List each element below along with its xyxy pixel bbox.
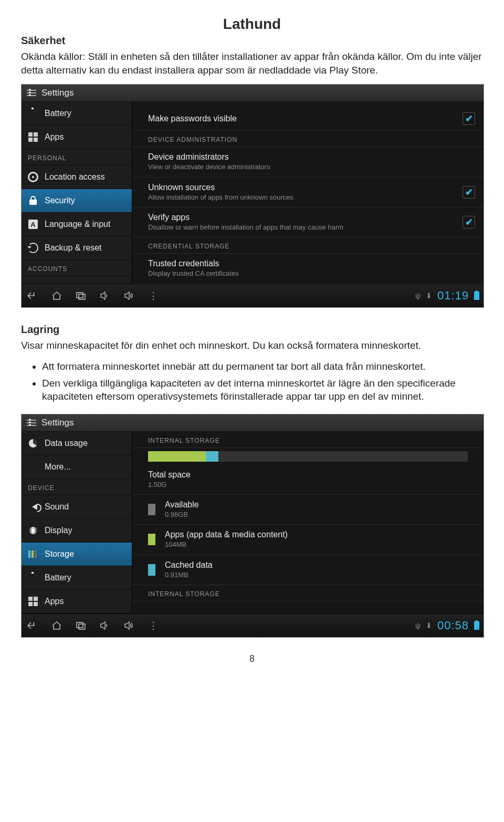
status-clock: 01:19 [437, 289, 469, 303]
blank-icon [28, 462, 38, 472]
checkbox-icon[interactable]: ✔ [463, 112, 475, 125]
sidebar-category-personal: PERSONAL [22, 149, 132, 165]
row-available[interactable]: Available 0.98GB [132, 495, 484, 525]
download-icon: ⬇ [426, 621, 432, 630]
row-total-space[interactable]: Total space 1.50G [132, 465, 484, 495]
row-verify-apps[interactable]: Verify apps Disallow or warn before inst… [132, 207, 484, 237]
row-title: Device administrators [148, 152, 475, 162]
row-passwords-visible[interactable]: Make passwords visible ✔ [132, 107, 484, 131]
recent-apps-button[interactable] [74, 620, 88, 631]
sidebar-item-battery[interactable]: Battery [22, 566, 132, 590]
row-title: Make passwords visible [148, 114, 463, 123]
sidebar-item-data-usage[interactable]: Data usage [22, 432, 132, 455]
row-title: Cached data [165, 560, 475, 570]
sidebar-label: Storage [45, 549, 74, 559]
sidebar-label: Data usage [45, 439, 88, 448]
volume-up-button[interactable] [122, 290, 136, 301]
row-subtitle: 0.98GB [165, 511, 475, 519]
security-heading: Säkerhet [21, 35, 483, 47]
row-title: Trusted credentials [148, 259, 475, 268]
sidebar-label: Language & input [45, 220, 110, 229]
row-title: Unknown sources [148, 183, 463, 192]
svg-rect-3 [79, 624, 85, 629]
bullet-item: Den verkliga tillgängliga kapaciteten av… [42, 377, 483, 403]
sidebar-item-location[interactable]: Location access [22, 165, 132, 189]
usage-seg-apps [148, 451, 206, 462]
settings-title: Settings [41, 418, 74, 428]
battery-status-icon [474, 292, 479, 300]
battery-status-icon [474, 621, 479, 630]
reset-icon [28, 243, 38, 253]
volume-up-button[interactable] [122, 620, 136, 631]
sidebar-item-apps[interactable]: Apps [22, 590, 132, 613]
category-credential: CREDENTIAL STORAGE [132, 237, 484, 254]
row-unknown-sources[interactable]: Unknown sources Allow installation of ap… [132, 178, 484, 207]
volume-down-button[interactable] [98, 290, 112, 301]
language-icon: A [28, 220, 38, 229]
sidebar-item-more[interactable]: More... [22, 455, 132, 479]
home-button[interactable] [50, 290, 64, 301]
sidebar-item-security[interactable]: Security [22, 189, 132, 213]
sidebar-label: Battery [45, 573, 71, 582]
settings-icon [27, 419, 36, 426]
settings-content: Make passwords visible ✔ DEVICE ADMINIST… [132, 102, 484, 284]
sidebar-label: Security [45, 196, 75, 205]
checkbox-icon[interactable]: ✔ [463, 186, 475, 199]
menu-button[interactable]: ⋮ [146, 620, 160, 631]
row-subtitle: 104MB [165, 540, 475, 549]
sidebar-label: Backup & reset [45, 243, 102, 253]
row-title: Verify apps [148, 213, 463, 222]
sidebar-label: Apps [45, 132, 64, 142]
sidebar-label: Sound [45, 502, 69, 512]
sidebar-item-apps[interactable]: Apps [22, 126, 132, 149]
page-number: 8 [21, 653, 483, 664]
category-internal-storage-2: INTERNAL STORAGE [132, 585, 484, 601]
row-trusted-credentials[interactable]: Trusted credentials Display trusted CA c… [132, 254, 484, 284]
row-cached-data[interactable]: Cached data 0.91MB [132, 555, 484, 585]
storage-icon [28, 550, 38, 558]
row-device-admins[interactable]: Device administrators View or deactivate… [132, 147, 484, 177]
settings-sidebar: Battery Apps PERSONAL Location access Se… [22, 102, 132, 284]
display-icon [29, 527, 37, 534]
settings-title: Settings [41, 88, 74, 98]
back-button[interactable] [26, 290, 39, 301]
storage-bullets: Att formatera minneskortet innebär att d… [21, 360, 483, 403]
apps-icon [28, 132, 38, 142]
sidebar-item-sound[interactable]: Sound [22, 495, 132, 519]
location-icon [28, 172, 38, 182]
sidebar-item-language[interactable]: A Language & input [22, 213, 132, 236]
row-subtitle: Disallow or warn before installation of … [148, 223, 463, 232]
row-title: Available [165, 500, 475, 509]
apps-icon [28, 597, 38, 606]
row-subtitle: 1.50G [148, 481, 475, 489]
svg-rect-1 [79, 294, 85, 299]
checkbox-icon[interactable]: ✔ [463, 216, 475, 228]
home-button[interactable] [50, 620, 64, 631]
pie-icon [29, 439, 37, 448]
volume-down-button[interactable] [98, 620, 112, 631]
document-title: Lathund [21, 16, 483, 33]
sidebar-item-backup[interactable]: Backup & reset [22, 236, 132, 260]
sidebar-item-display[interactable]: Display [22, 519, 132, 543]
sidebar-label: Display [45, 526, 72, 535]
svg-rect-0 [77, 293, 83, 298]
color-chip-gray [148, 504, 155, 515]
system-navbar: ⋮ ψ ⬇ 01:19 [22, 284, 484, 307]
sound-icon [29, 504, 37, 510]
row-subtitle: Allow installation of apps from unknown … [148, 193, 463, 202]
recent-apps-button[interactable] [74, 290, 88, 301]
settings-icon [27, 89, 36, 97]
usage-seg-cache [206, 451, 218, 462]
back-button[interactable] [26, 620, 39, 631]
sidebar-item-storage[interactable]: Storage [22, 543, 132, 566]
settings-header: Settings [22, 85, 484, 102]
sidebar-label: Apps [45, 597, 64, 606]
menu-button[interactable]: ⋮ [146, 290, 160, 301]
storage-usage-bar [148, 451, 468, 462]
row-subtitle: 0.91MB [165, 571, 475, 579]
row-subtitle: Display trusted CA certificates [148, 269, 475, 278]
status-clock: 00:58 [437, 619, 469, 632]
color-chip-teal [148, 564, 155, 576]
row-apps[interactable]: Apps (app data & media content) 104MB [132, 525, 484, 555]
sidebar-item-battery[interactable]: Battery [22, 102, 132, 126]
